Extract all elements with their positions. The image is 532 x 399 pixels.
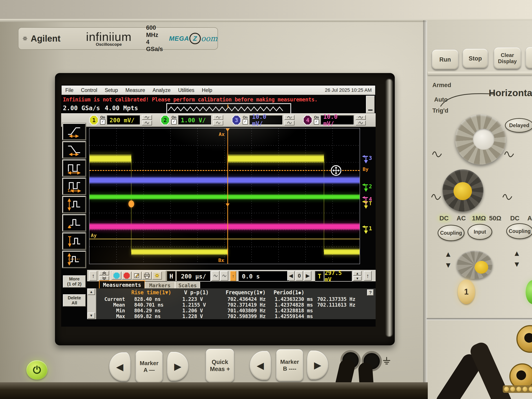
tab-markers[interactable]: Markers <box>145 282 175 289</box>
horizontal-timebase-knob-center[interactable] <box>473 129 494 150</box>
scroll-up-left-button[interactable]: ↑ <box>89 271 97 281</box>
delete-all-button[interactable]: DeleteAll <box>63 294 86 307</box>
more-button[interactable]: More(1 of 2) <box>63 275 86 288</box>
channel-3-coarse-button[interactable] <box>284 120 294 125</box>
menu-analyze[interactable]: Analyze <box>149 87 174 93</box>
header-vpp[interactable]: V p-p(1) <box>184 290 209 296</box>
timebase-display[interactable]: 200 µs/ <box>176 271 211 282</box>
channel-1-scale-display[interactable]: 200 mV/ <box>107 115 140 125</box>
menu-measure[interactable]: Measure <box>122 87 149 93</box>
partial-edge-button[interactable] <box>526 47 532 69</box>
marker-b-button[interactable]: MarkerB ---- <box>276 349 303 381</box>
bezel-glare <box>385 79 393 336</box>
frequency-icon: 1/ <box>66 180 82 193</box>
sidebar-period-button[interactable] <box>63 160 86 176</box>
channel-3-fine-button[interactable] <box>284 115 294 120</box>
measurements-scrollbar[interactable]: ▲ ▼ <box>87 288 96 319</box>
v-peak-peak-icon <box>66 198 82 211</box>
menu-help[interactable]: Help <box>198 87 216 93</box>
scroll-up-icon[interactable]: ▲ <box>88 289 95 295</box>
channel-4-scale-display[interactable]: 10.0 mV/ <box>321 115 354 125</box>
input-button[interactable]: Input <box>468 224 492 240</box>
cursor-move-handle[interactable] <box>331 165 341 176</box>
sidebar-rise-time-button[interactable] <box>63 123 86 140</box>
channel-2-on-checkbox[interactable]: On✓ <box>171 116 177 125</box>
timebase-coarse-button[interactable] <box>220 271 228 281</box>
clear-display-button[interactable]: ClearDisplay <box>494 48 521 69</box>
sidebar-v-amplitude-button[interactable] <box>63 215 86 231</box>
sidebar-frequency-button[interactable]: 1/ <box>63 178 86 195</box>
trigger-level-down-button[interactable]: ▼ <box>353 276 361 281</box>
position-left-button[interactable]: ◀ <box>287 271 295 281</box>
channel-marker-3[interactable]: 3 <box>361 155 374 166</box>
channel-2-scale-display[interactable]: 1.00 V/ <box>178 115 212 125</box>
channel-4-fine-button[interactable] <box>356 115 366 120</box>
vertical-position-knob-center[interactable] <box>475 261 488 274</box>
trigger-level-display[interactable]: 297.5 mV <box>324 271 352 282</box>
coupling-button-2[interactable]: Coupling <box>506 223 532 239</box>
sidebar-v-average-button[interactable] <box>63 251 86 268</box>
horizontal-key[interactable]: H <box>167 271 176 282</box>
panel-seam <box>423 20 427 399</box>
marker-a-button[interactable]: MarkerA — <box>136 351 163 383</box>
power-button[interactable] <box>26 360 48 380</box>
channel-1-fine-button[interactable] <box>142 115 152 120</box>
channel-marker-2[interactable]: 2 <box>361 183 374 194</box>
stop-acquisition-icon[interactable] <box>122 272 132 279</box>
position-zero-button[interactable]: 0 <box>296 271 303 281</box>
sidebar-v-max-button[interactable] <box>63 233 86 249</box>
trigger-key[interactable]: T <box>315 271 324 282</box>
header-frequency[interactable]: Frequency(1▼) <box>226 290 266 296</box>
help-button[interactable]: ? <box>367 290 374 296</box>
channel-4-badge[interactable]: 4 <box>303 115 312 125</box>
reference-point-button[interactable]: ↑ <box>230 271 236 281</box>
header-period[interactable]: Period(1◆) <box>274 290 304 296</box>
header-rise-time[interactable]: Rise time(1▼) <box>131 290 171 296</box>
menu-utilities[interactable]: Utilities <box>174 87 198 93</box>
vertical-scale-knob-center[interactable] <box>454 182 472 200</box>
channel-marker-t[interactable]: T <box>361 200 374 211</box>
trigger-level-up-button[interactable]: ▲ <box>353 271 361 276</box>
channel-2-coarse-button[interactable] <box>213 120 223 125</box>
menu-control[interactable]: Control <box>77 87 101 93</box>
model-subtitle: Oscilloscope <box>96 42 122 46</box>
channel-marker-1[interactable]: 1 <box>361 225 374 236</box>
channel-3-noise-band <box>89 176 360 184</box>
channel-2-fine-button[interactable] <box>213 115 223 120</box>
stop-button[interactable]: Stop <box>463 49 488 68</box>
run-button[interactable]: Run <box>432 50 458 70</box>
run-acquisition-icon[interactable] <box>112 272 121 279</box>
horizontal-position-display[interactable]: 0.0 s <box>238 271 289 282</box>
tab-scales[interactable]: Scales <box>175 282 200 289</box>
channel-1-select-button[interactable]: 1 <box>458 279 475 304</box>
sidebar-fall-time-button[interactable] <box>63 141 86 158</box>
channel-marker-column: By 3 2 4 T 1 <box>361 128 375 263</box>
channel-2-badge[interactable]: 2 <box>161 115 170 125</box>
scroll-up-right-button[interactable]: ↑ <box>364 271 372 281</box>
channel-3-on-checkbox[interactable]: On✓ <box>243 116 248 125</box>
channel-4-coarse-button[interactable] <box>356 120 366 125</box>
channel-3-badge[interactable]: 3 <box>232 115 241 125</box>
channel-1-on-checkbox[interactable]: On✓ <box>100 116 105 125</box>
annotate-icon[interactable] <box>132 272 142 279</box>
expand-up-button[interactable] <box>99 271 109 275</box>
channel-1-badge[interactable]: 1 <box>89 115 99 125</box>
sidebar-v-peak-peak-button[interactable] <box>63 196 86 213</box>
print-icon[interactable] <box>142 272 152 279</box>
delayed-button[interactable]: Delayed <box>505 118 532 133</box>
collapse-down-button[interactable] <box>99 276 109 280</box>
brightness-icon[interactable] <box>152 272 162 279</box>
tab-measurements[interactable]: Measurements <box>99 280 145 289</box>
channel-4-on-checkbox[interactable]: On✓ <box>314 116 319 125</box>
channel-3-scale-display[interactable]: 10.0 mV/ <box>249 115 283 125</box>
timebase-fine-button[interactable] <box>212 271 220 281</box>
quick-meas-button[interactable]: QuickMeas + <box>206 349 234 382</box>
menu-file[interactable]: File <box>62 87 77 93</box>
channel-2-controls: 2On✓1.00 V/ <box>161 115 223 125</box>
channel-1-coarse-button[interactable] <box>142 120 152 125</box>
minimize-button[interactable] <box>366 96 375 113</box>
coupling-button[interactable]: Coupling <box>438 225 464 241</box>
menu-setup[interactable]: Setup <box>101 87 122 93</box>
scroll-down-icon[interactable]: ▼ <box>88 313 95 319</box>
position-right-button[interactable]: ▶ <box>304 271 311 281</box>
